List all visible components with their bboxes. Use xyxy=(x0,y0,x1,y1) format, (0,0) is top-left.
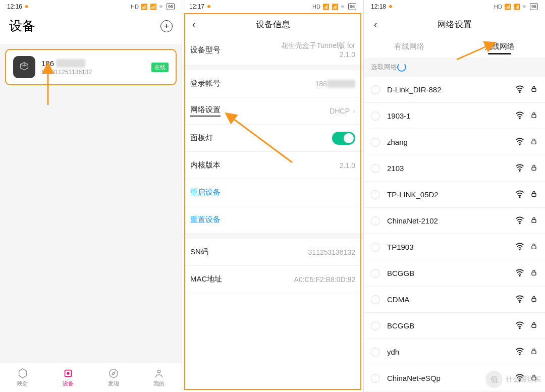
wifi-list: D-Link_DIR-8821903-1zhang2103TP-LINK_05D… xyxy=(364,77,545,391)
watermark: 值 什么值得买 xyxy=(485,371,541,388)
lock-icon xyxy=(530,84,538,95)
svg-point-12 xyxy=(519,171,520,172)
phone-network-settings: 12:18 HD📶📶ᯤ 96 ‹ 网络设置 有线网络 无线网络 选取网络 D-L… xyxy=(363,0,545,392)
radio-icon xyxy=(371,138,380,147)
tab-mine[interactable]: 我的 xyxy=(136,363,182,392)
wifi-network-item[interactable]: CDMA xyxy=(364,287,545,313)
wifi-ssid: TP-LINK_05D2 xyxy=(387,190,439,199)
svg-point-8 xyxy=(519,118,520,119)
radio-icon xyxy=(371,216,380,226)
device-card[interactable]: 186 xxxx SN:311253136132 在线 xyxy=(5,49,177,85)
account-masked: xxxx xyxy=(327,80,355,88)
wifi-signal-icon xyxy=(515,189,525,200)
clock: 12:17 xyxy=(189,3,204,10)
tab-wireless[interactable]: 无线网络 xyxy=(455,42,546,51)
phone-device-list: 12:16 HD 📶 📶 ᯤ 96 设备 + 186 xxxx SN:31125… xyxy=(0,0,182,392)
svg-rect-17 xyxy=(532,219,536,222)
wifi-network-item[interactable]: 2103 xyxy=(364,155,545,182)
svg-rect-9 xyxy=(532,115,536,118)
lock-icon xyxy=(530,163,538,174)
panel-light-toggle[interactable] xyxy=(332,132,355,145)
wifi-network-item[interactable]: BCGGB xyxy=(364,313,545,339)
wifi-network-item[interactable]: TP-LINK_05D2 xyxy=(364,182,545,208)
refresh-button[interactable] xyxy=(397,63,406,72)
tab-discover[interactable]: 发现 xyxy=(91,363,136,392)
svg-rect-19 xyxy=(532,246,536,249)
status-bar: 12:17 HD📶📶ᯤ 96 xyxy=(182,0,363,13)
svg-point-6 xyxy=(519,92,520,93)
lock-icon xyxy=(530,110,538,121)
lock-icon xyxy=(530,137,538,147)
wifi-ssid: ChinaNet-2102 xyxy=(387,216,438,225)
wifi-signal-icon xyxy=(515,320,525,331)
radio-icon xyxy=(371,164,380,173)
tab-device[interactable]: 设备 xyxy=(45,363,91,392)
device-cube-icon xyxy=(13,56,35,78)
wifi-network-item[interactable]: zhang xyxy=(364,129,545,155)
wifi-signal-icon xyxy=(515,136,525,148)
wifi-icon: 📶 xyxy=(150,4,157,10)
tab-mapping[interactable]: 映射 xyxy=(0,363,45,392)
radio-icon xyxy=(371,321,380,330)
wifi-signal-icon xyxy=(515,215,525,227)
select-network-label: 选取网络 xyxy=(371,63,397,72)
wifi-network-item[interactable]: ChinaNet-2102 xyxy=(364,208,545,234)
wifi-network-item[interactable]: 1903-1 xyxy=(364,103,545,129)
wifi-ssid: 1903-1 xyxy=(387,111,411,120)
svg-rect-11 xyxy=(532,141,536,144)
phone-device-info: 12:17 HD📶📶ᯤ 96 ‹ 设备信息 设备型号 花生壳盒子Tunnel版 … xyxy=(182,0,363,392)
svg-point-20 xyxy=(519,275,520,276)
svg-rect-21 xyxy=(532,272,536,275)
hd-icon: HD xyxy=(131,4,139,10)
lock-icon xyxy=(530,215,538,226)
signal-icon: 📶 xyxy=(141,4,148,10)
svg-rect-15 xyxy=(532,193,536,196)
radio-icon xyxy=(371,348,380,357)
svg-point-26 xyxy=(519,354,520,355)
radio-icon xyxy=(371,85,380,94)
wifi-ssid: 2103 xyxy=(387,164,404,173)
back-button[interactable]: ‹ xyxy=(368,19,383,30)
svg-point-22 xyxy=(519,302,520,303)
wifi-network-item[interactable]: BCGGB xyxy=(364,260,545,287)
svg-rect-27 xyxy=(532,351,536,354)
wifi-signal-icon xyxy=(515,110,525,122)
add-device-button[interactable]: + xyxy=(160,20,173,32)
svg-point-2 xyxy=(67,372,69,374)
svg-point-10 xyxy=(519,144,520,145)
status-bar: 12:18 HD📶📶ᯤ 96 xyxy=(364,0,545,13)
wifi-signal-icon xyxy=(515,267,525,279)
radio-icon xyxy=(371,190,380,199)
lock-icon xyxy=(530,189,538,200)
wifi-ssid: zhang xyxy=(387,138,408,146)
lock-icon xyxy=(530,268,538,278)
wifi-signal-icon xyxy=(515,294,525,305)
page-title: 设备 xyxy=(9,17,35,35)
clock: 12:16 xyxy=(7,3,22,10)
lock-icon xyxy=(530,242,538,252)
radio-icon xyxy=(371,269,380,278)
wifi-signal-icon xyxy=(515,241,525,253)
highlight-frame xyxy=(184,13,361,390)
tab-wired[interactable]: 有线网络 xyxy=(364,42,455,51)
status-badge: 在线 xyxy=(151,63,169,72)
device-sn: SN:311253136132 xyxy=(41,69,145,76)
page-title: 网络设置 xyxy=(383,19,541,30)
wifi-signal-icon xyxy=(515,162,525,174)
svg-point-14 xyxy=(519,197,520,198)
lock-icon xyxy=(530,320,538,331)
wifi-network-item[interactable]: TP1903 xyxy=(364,234,545,260)
watermark-badge-icon: 值 xyxy=(485,371,503,388)
wifi-signal-icon xyxy=(515,84,525,95)
wifi-signal-icon xyxy=(515,346,525,358)
bottom-tabbar: 映射 设备 发现 我的 xyxy=(0,363,182,392)
svg-point-3 xyxy=(110,369,118,378)
svg-point-18 xyxy=(519,249,520,250)
wifi-network-item[interactable]: D-Link_DIR-882 xyxy=(364,77,545,103)
device-name-prefix: 186 xyxy=(41,59,54,68)
svg-point-4 xyxy=(157,370,160,373)
wifi-network-item[interactable]: ydh xyxy=(364,339,545,365)
battery-icon: 96 xyxy=(167,3,175,10)
svg-point-16 xyxy=(519,223,520,224)
wifi-ssid: BCGGB xyxy=(387,269,414,277)
